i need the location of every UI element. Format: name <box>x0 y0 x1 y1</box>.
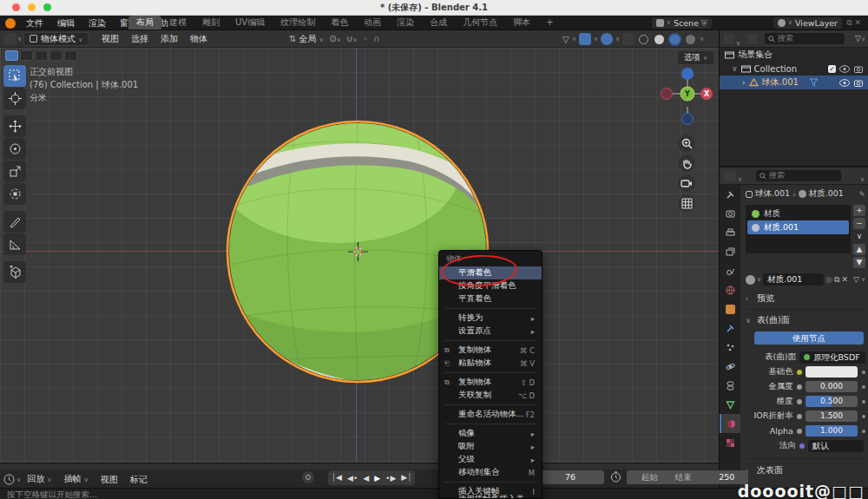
add-workspace-button[interactable]: + <box>538 16 561 30</box>
disable-render-camera-icon[interactable] <box>854 65 865 73</box>
base-color-swatch[interactable] <box>806 366 858 378</box>
tab-world[interactable] <box>720 280 740 299</box>
previous-keyframe-button[interactable]: ◀• <box>347 474 358 483</box>
outliner-search-input[interactable]: 搜索 <box>765 33 845 44</box>
fake-user-shield-icon[interactable]: ◎ <box>825 275 832 284</box>
properties-search-input[interactable]: 搜索 <box>756 170 841 181</box>
menu-select[interactable]: 选择 <box>125 30 155 48</box>
menu-item-copy-objects[interactable]: ⧉复制物体⌘ C <box>439 344 542 357</box>
menu-playback[interactable]: 回放 ∨ <box>21 469 57 489</box>
unlink-material-icon[interactable]: ✕ <box>841 275 848 284</box>
new-material-copy-icon[interactable]: ⧉ <box>834 275 839 285</box>
menu-item-duplicate-objects[interactable]: ⧉复制物体⇧ D <box>439 376 542 389</box>
tab-modifiers[interactable] <box>720 318 740 338</box>
decorator-dot[interactable] <box>862 371 865 374</box>
move-slot-down-button[interactable]: ▼ <box>853 257 865 268</box>
tab-constraints[interactable] <box>720 376 740 395</box>
hide-eye-icon[interactable] <box>839 65 850 73</box>
minimize-window-button[interactable] <box>28 3 36 11</box>
outliner-filter-icon[interactable] <box>747 34 758 44</box>
blender-logo-icon[interactable] <box>5 18 16 29</box>
properties-editor-type-icon[interactable] <box>724 171 736 181</box>
tab-scene[interactable] <box>720 261 740 280</box>
tab-sculpting[interactable]: 雕刻 <box>194 16 227 30</box>
pivot-point-icon[interactable]: ⊙ <box>329 34 336 43</box>
3d-viewport[interactable]: 正交前视图 (76) Collection | 球体.001 分米 选项 ∨ <box>0 48 719 463</box>
tab-geometry-nodes[interactable]: 几何节点 <box>455 16 505 30</box>
move-slot-up-button[interactable]: ▲ <box>853 244 865 255</box>
tab-physics[interactable] <box>720 357 740 376</box>
show-gizmo-icon[interactable] <box>579 33 591 45</box>
tab-modeling[interactable]: 建模 <box>161 16 194 30</box>
menu-view-timeline[interactable]: 视图 <box>95 470 124 489</box>
close-window-button[interactable] <box>12 3 20 11</box>
decorator-dot[interactable] <box>862 415 865 418</box>
menu-item-paste-objects[interactable]: ⎗粘贴物体⌘ V <box>439 357 542 370</box>
expand-arrow-icon[interactable]: › <box>742 78 746 87</box>
menu-render[interactable]: 渲染 <box>82 16 113 30</box>
menu-item-shade-flat[interactable]: 平直着色 <box>439 292 542 305</box>
tab-compositing[interactable]: 合成 <box>422 16 455 30</box>
menu-marker[interactable]: 标记 <box>124 470 154 489</box>
collection-checkbox[interactable]: ✓ <box>828 65 836 73</box>
hide-eye-icon[interactable] <box>839 79 850 87</box>
shading-wireframe-icon[interactable] <box>639 35 648 44</box>
falloff-curve-icon[interactable]: ∩ <box>373 34 379 43</box>
zoom-icon[interactable] <box>678 135 695 152</box>
tab-output[interactable] <box>720 223 740 242</box>
object-type-visibility-icon[interactable]: ▽ <box>562 35 569 44</box>
new-view-layer-icon[interactable]: ⧉ ✕ <box>846 18 861 28</box>
transform-orientation-dropdown[interactable]: 全局 <box>299 34 317 43</box>
menu-item-mirror[interactable]: 镜像▸ <box>439 427 542 440</box>
tab-texture[interactable] <box>720 433 740 452</box>
menu-edit[interactable]: 编辑 <box>50 16 82 30</box>
menu-object[interactable]: 物体 <box>184 30 214 48</box>
metallic-slider[interactable]: 0.000 <box>806 381 858 392</box>
material-specials-dropdown[interactable]: ∨ <box>853 231 865 242</box>
remove-material-slot-button[interactable]: − <box>853 218 865 229</box>
view-layer-selector[interactable]: ∨ViewLayer <box>773 17 842 29</box>
transform-orientation-icon[interactable]: ⇅ <box>289 34 296 43</box>
menu-item-parent[interactable]: 父级▸ <box>439 453 542 466</box>
decorator-dot[interactable] <box>862 430 865 433</box>
alpha-slider[interactable]: 1.000 <box>806 425 858 437</box>
jump-to-start-button[interactable]: ⏐◀ <box>332 473 342 483</box>
tab-animation[interactable]: 动画 <box>356 16 389 30</box>
outliner-display-mode-icon[interactable] <box>724 34 734 44</box>
tennis-ball-object[interactable] <box>0 48 719 463</box>
editor-type-icon[interactable] <box>4 33 16 45</box>
decorator-dot[interactable] <box>862 385 865 389</box>
material-name-field[interactable]: 材质.001 <box>763 273 824 286</box>
menu-item-duplicate-linked[interactable]: 关联复制⌥ D <box>439 389 542 402</box>
tab-scripting[interactable]: 脚本 <box>505 16 538 30</box>
menu-item-snap[interactable]: 吸附▸ <box>439 440 542 453</box>
camera-view-icon[interactable] <box>678 174 695 192</box>
outliner-row-collection[interactable]: ∨ Collection ✓ <box>720 62 868 76</box>
collapse-arrow-icon[interactable]: ∨ <box>732 64 738 73</box>
play-button[interactable]: ▶ <box>374 474 380 483</box>
toggle-xray-icon[interactable] <box>622 33 635 45</box>
menu-add[interactable]: 添加 <box>155 30 184 48</box>
auto-keying-button[interactable] <box>302 471 314 483</box>
material-slot-0[interactable]: 材质 <box>747 207 849 220</box>
use-preview-range-icon[interactable] <box>610 471 621 483</box>
toggle-orthographic-icon[interactable] <box>678 194 695 212</box>
jump-to-end-button[interactable]: ▶⏐ <box>401 473 411 483</box>
shading-solid-icon[interactable] <box>654 35 664 44</box>
tab-object-data[interactable] <box>720 395 740 414</box>
menu-item-move-to-collection[interactable]: 移动到集合M <box>439 466 542 479</box>
tab-layout[interactable]: 布局 <box>128 16 161 30</box>
timeline-ruler[interactable] <box>0 463 719 469</box>
tab-tool[interactable] <box>720 185 740 204</box>
proportional-editing-icon[interactable]: ◦ <box>363 34 368 43</box>
panel-subsurface[interactable]: ›次表面 <box>746 464 865 476</box>
outliner-funnel-icon[interactable]: ▽∨ <box>855 34 865 43</box>
show-overlays-icon[interactable] <box>601 33 613 45</box>
current-frame-field[interactable]: 76 <box>536 470 604 484</box>
tab-render[interactable] <box>720 204 740 223</box>
menu-item-set-origin[interactable]: 设置原点▸ <box>439 325 542 338</box>
mode-dropdown[interactable]: 物体模式 ∨ <box>23 32 89 46</box>
next-keyframe-button[interactable]: •▶ <box>385 474 396 483</box>
tab-view-layer[interactable] <box>720 242 740 261</box>
shading-material-preview-icon[interactable] <box>670 35 680 44</box>
